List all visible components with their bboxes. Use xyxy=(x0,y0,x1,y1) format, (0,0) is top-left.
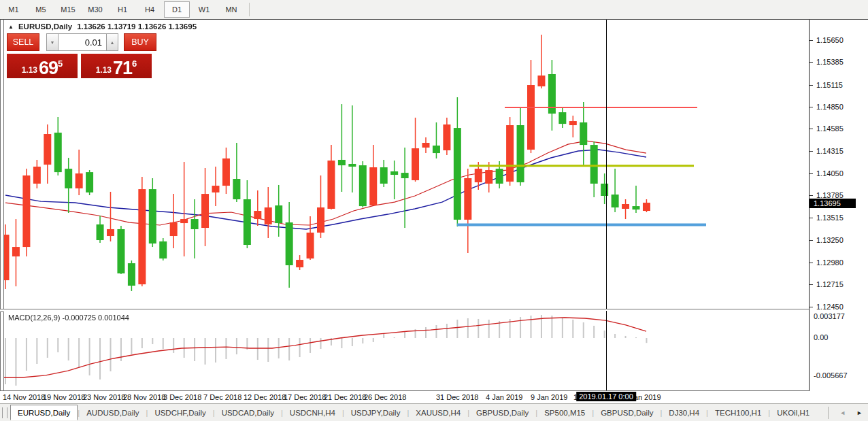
chart-tab-gbpusd-daily[interactable]: GBPUSD,Daily xyxy=(594,406,660,420)
timeframe-button-w1[interactable]: W1 xyxy=(191,1,217,18)
timeframe-toolbar: M1M5M15M30H1H4D1W1MN xyxy=(0,0,868,20)
price-axis-label: 1.14850 xyxy=(816,103,844,111)
tabbar-grip xyxy=(2,407,7,418)
chart-tab-ukoil-h1[interactable]: UKOil,H1 xyxy=(770,406,816,420)
sell-price-pip-digit: 5 xyxy=(58,58,63,69)
macd-axis-label: 0.00 xyxy=(814,333,828,341)
date-axis-label: 31 Dec 2018 xyxy=(436,393,478,401)
current-price-badge: 1.13695 xyxy=(809,199,856,208)
collapse-chevron-icon[interactable]: ▲ xyxy=(8,24,14,30)
price-axis-label: 1.14315 xyxy=(816,147,844,155)
volume-stepper: ▼ ▲ xyxy=(46,33,118,51)
crosshair-date-badge: 2019.01.17 0:00 xyxy=(576,392,636,401)
sell-price-prefix: 1.13 xyxy=(22,65,37,75)
price-axis-label: 1.13515 xyxy=(816,214,844,222)
timeframe-button-h1[interactable]: H1 xyxy=(110,1,135,18)
date-axis-label: 19 Nov 2018 xyxy=(43,393,85,401)
date-axis-label: 9 Jan 2019 xyxy=(531,393,567,401)
tab-scroll-separator xyxy=(828,407,829,419)
price-axis-label: 1.14585 xyxy=(816,124,844,133)
timeframe-button-m15[interactable]: M15 xyxy=(55,1,81,18)
price-axis-label: 1.12715 xyxy=(816,280,844,288)
buy-price-panel[interactable]: 1.13 71 6 xyxy=(81,54,152,78)
mt4-window: M1M5M15M30H1H4D1W1MN ▲ EURUSD,Daily 1.13… xyxy=(0,0,868,421)
chart-tab-bar: EURUSD,Daily|AUDUSD,Daily|USDCHF,Daily|U… xyxy=(0,403,868,421)
one-click-trading-widget: SELL ▼ ▲ BUY 1.13 69 5 1.13 71 6 xyxy=(7,33,156,78)
timeframe-button-mn[interactable]: MN xyxy=(218,1,244,18)
timeframe-button-m5[interactable]: M5 xyxy=(28,1,54,18)
timeframe-button-d1[interactable]: D1 xyxy=(164,1,190,18)
price-axis-label: 1.15115 xyxy=(816,81,843,89)
price-axis[interactable]: 1.156501.153851.151151.148501.145851.143… xyxy=(809,20,868,403)
tab-scroll-right-icon[interactable]: ► xyxy=(851,409,868,416)
date-axis-label: 14 Nov 2018 xyxy=(3,393,45,401)
date-axis-label: 12 Dec 2018 xyxy=(244,393,286,401)
date-axis-label: 7 Dec 2018 xyxy=(203,393,241,401)
toolbar-separator xyxy=(249,3,250,16)
chart-tab-usdcad-daily[interactable]: USDCAD,Daily xyxy=(215,406,281,420)
date-axis-label: 3 Dec 2018 xyxy=(163,393,201,401)
sell-button[interactable]: SELL xyxy=(7,33,39,51)
date-axis-label: 17 Dec 2018 xyxy=(284,393,326,401)
date-axis-label: 21 Dec 2018 xyxy=(324,393,366,401)
volume-input[interactable] xyxy=(59,33,106,51)
chart-tab-sp500-m15[interactable]: SP500,M15 xyxy=(537,406,592,420)
date-axis-label: 4 Jan 2019 xyxy=(486,393,522,401)
date-axis-label: 26 Dec 2018 xyxy=(364,393,406,401)
tab-scroll-left-icon[interactable]: ◄ xyxy=(834,409,851,416)
chart-tab-usdcnh-h4[interactable]: USDCNH,H4 xyxy=(283,406,342,420)
price-axis-label: 1.15650 xyxy=(816,36,844,44)
macd-axis-label: -0.005667 xyxy=(814,371,848,380)
timeframe-button-m30[interactable]: M30 xyxy=(82,1,108,18)
price-axis-label: 1.15385 xyxy=(816,58,844,66)
chart-tab-eurusd-daily[interactable]: EURUSD,Daily xyxy=(10,405,78,420)
timeframe-button-m1[interactable]: M1 xyxy=(1,1,27,18)
buy-price-prefix: 1.13 xyxy=(96,65,112,75)
date-axis-label: 28 Nov 2018 xyxy=(123,393,165,401)
chart-tab-xauusd-h4[interactable]: XAUUSD,H4 xyxy=(409,406,467,420)
volume-increase-arrow-icon[interactable]: ▲ xyxy=(106,33,118,51)
price-axis-label: 1.14050 xyxy=(816,169,844,178)
buy-price-pip-digit: 6 xyxy=(132,58,137,69)
chart-tab-usdjpy-daily[interactable]: USDJPY,Daily xyxy=(344,406,407,420)
date-axis-label: 23 Nov 2018 xyxy=(83,393,125,401)
chart-tab-usdchf-daily[interactable]: USDCHF,Daily xyxy=(148,406,212,420)
price-axis-label: 1.12450 xyxy=(816,303,844,311)
sell-price-panel[interactable]: 1.13 69 5 xyxy=(7,54,78,78)
chart-title: ▲ EURUSD,Daily 1.13626 1.13719 1.13626 1… xyxy=(8,22,197,31)
chart-tab-gbpusd-daily[interactable]: GBPUSD,Daily xyxy=(469,406,535,420)
buy-button[interactable]: BUY xyxy=(124,33,156,51)
date-axis[interactable]: 14 Nov 201819 Nov 201823 Nov 201828 Nov … xyxy=(0,391,868,403)
price-axis-label: 1.13250 xyxy=(816,236,844,244)
chart-tab-dj30-h4[interactable]: DJ30,H4 xyxy=(662,406,706,420)
chart-symbol-label: EURUSD,Daily xyxy=(18,22,72,31)
volume-decrease-arrow-icon[interactable]: ▼ xyxy=(46,33,59,51)
chart-ohlc-values: 1.13626 1.13719 1.13626 1.13695 xyxy=(77,22,197,31)
timeframe-button-h4[interactable]: H4 xyxy=(137,1,163,18)
price-axis-label: 1.12980 xyxy=(816,258,844,267)
sell-price-big-digits: 69 xyxy=(39,59,58,77)
macd-label: MACD(12,26,9) -0.000725 0.001044 xyxy=(8,314,129,322)
chart-tab-audusd-daily[interactable]: AUDUSD,Daily xyxy=(80,406,146,420)
macd-indicator-canvas[interactable] xyxy=(4,311,809,390)
buy-price-big-digits: 71 xyxy=(113,59,132,77)
macd-axis-label: 0.003177 xyxy=(814,312,845,320)
chart-tab-tech100-h1[interactable]: TECH100,H1 xyxy=(708,406,768,420)
